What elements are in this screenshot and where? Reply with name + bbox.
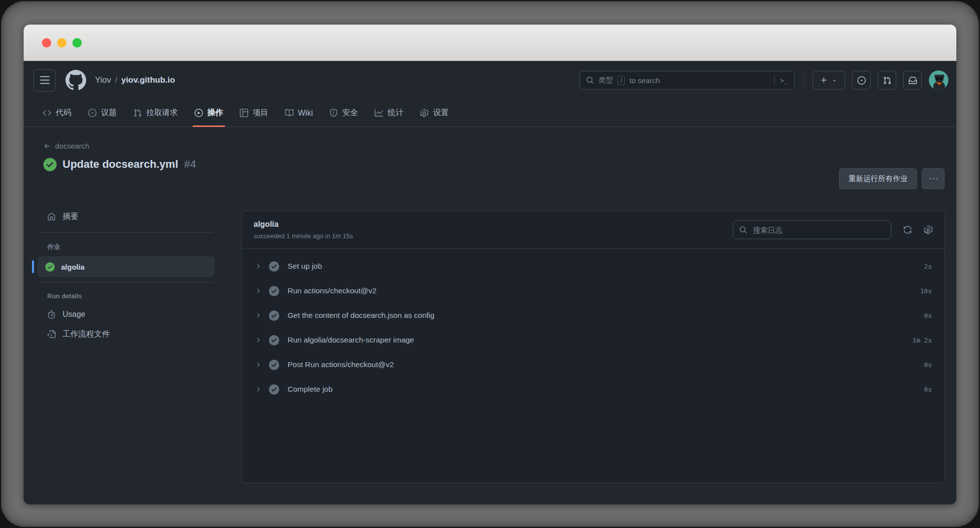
code-icon [43,109,51,117]
tab-label: Wiki [298,109,313,118]
three-bars-icon [39,75,50,86]
step-row-checkout[interactable]: Run actions/checkout@v2 10s [242,279,945,303]
step-check-icon [269,384,279,395]
avatar-image [929,70,948,90]
your-pull-requests-button[interactable] [878,71,896,90]
back-link-label: docsearch [55,142,89,150]
tab-label: 项目 [253,108,268,118]
global-search-input[interactable]: 类型 / to search >_ [580,71,794,90]
close-window-button[interactable] [42,38,51,47]
run-details-section-label: Run details [37,287,215,305]
command-palette-icon[interactable]: >_ [779,77,789,84]
sidebar-item-summary[interactable]: 摘要 [37,206,215,227]
chevron-down-icon [831,77,838,84]
more-options-button[interactable] [922,168,945,189]
run-title: Update docsearch.yml [63,158,178,171]
chevron-right-icon [255,361,261,368]
jobs-section-label: 作业 [37,238,215,256]
log-settings-button[interactable] [924,225,933,234]
graph-icon [375,109,383,117]
run-header: docsearch Update docsearch.yml #4 重新运行所有… [37,142,945,189]
github-logo[interactable] [65,70,86,91]
step-duration: 0s [924,312,932,319]
breadcrumb: Yiov / yiov.github.io [95,75,175,85]
tab-label: 操作 [207,108,223,118]
log-search-input[interactable] [752,225,885,235]
sync-icon [903,225,912,234]
step-name: Run actions/checkout@v2 [288,286,920,295]
inbox-icon [909,76,917,85]
minimize-window-button[interactable] [57,38,66,47]
step-duration: 0s [924,361,932,369]
repo-nav: 代码 议题 拉取请求 操作 项目 Wiki [24,99,956,127]
sidebar-divider [39,282,213,282]
stopwatch-icon [47,311,56,319]
global-nav-menu-button[interactable] [33,69,56,92]
tab-label: 设置 [433,108,449,118]
your-issues-button[interactable] [852,71,871,90]
chevron-right-icon [255,312,261,319]
sidebar-item-workflow-file[interactable]: 工作流程文件 [37,324,215,344]
arrow-left-icon [43,142,51,150]
tab-label: 代码 [56,108,71,118]
user-avatar[interactable] [929,70,948,90]
tab-wiki[interactable]: Wiki [279,99,319,126]
window-titlebar [24,25,956,61]
sidebar-item-label: 工作流程文件 [63,329,110,340]
sidebar-item-label: Usage [63,310,85,319]
search-icon [586,76,594,84]
step-check-icon [269,360,279,370]
step-name: Run algolia/docsearch-scraper image [288,336,913,344]
create-new-button[interactable] [813,71,845,90]
job-panel-toolbar [733,220,933,239]
step-name: Post Run actions/checkout@v2 [288,360,924,369]
run-number: #4 [184,158,196,171]
home-icon [47,213,56,221]
job-steps-list: Set up job 2s Run actions/checkout@v2 10… [242,249,945,483]
zoom-window-button[interactable] [72,38,82,47]
tab-pull-requests[interactable]: 拉取请求 [127,99,184,126]
tab-settings[interactable]: 设置 [414,99,455,126]
tab-projects[interactable]: 项目 [233,99,275,126]
git-pull-request-icon [133,109,142,117]
chevron-right-icon [255,287,261,294]
gear-icon [420,109,428,117]
step-row-complete-job[interactable]: Complete job 0s [242,377,945,402]
breadcrumb-owner-link[interactable]: Yiov [95,75,111,85]
project-icon [240,109,248,117]
tab-code[interactable]: 代码 [36,99,78,126]
breadcrumb-repo-link[interactable]: yiov.github.io [121,75,175,85]
success-check-icon [43,158,57,171]
tab-security[interactable]: 安全 [323,99,364,126]
tab-issues[interactable]: 议题 [82,99,123,126]
tab-label: 安全 [342,108,358,118]
github-mark-icon [65,70,86,91]
actions-run-page: docsearch Update docsearch.yml #4 重新运行所有… [24,127,956,504]
step-row-set-up-job[interactable]: Set up job 2s [242,254,945,279]
rerun-all-jobs-button[interactable]: 重新运行所有作业 [839,168,917,189]
shield-icon [329,109,338,117]
sidebar-item-usage[interactable]: Usage [37,305,215,324]
chevron-right-icon [255,263,261,270]
job-name-label: algolia [61,263,85,271]
traffic-lights [42,38,82,47]
tab-actions[interactable]: 操作 [188,99,229,126]
step-row-post-checkout[interactable]: Post Run actions/checkout@v2 0s [242,352,945,377]
tab-label: 统计 [388,108,403,118]
back-to-workflow-link[interactable]: docsearch [43,142,89,150]
step-row-scraper-image[interactable]: Run algolia/docsearch-scraper image 1m 2… [242,328,945,352]
sidebar-job-algolia[interactable]: algolia [37,256,215,277]
step-row-get-config[interactable]: Get the content of docsearch.json as con… [242,303,945,328]
run-actions: 重新运行所有作业 [839,168,945,189]
sidebar-divider [39,232,213,233]
tab-label: 拉取请求 [146,108,178,118]
notifications-inbox-button[interactable] [903,71,922,90]
step-name: Complete job [288,385,924,394]
issue-opened-icon [857,76,866,85]
refresh-logs-button[interactable] [903,225,912,234]
book-icon [285,109,294,117]
tab-insights[interactable]: 统计 [368,99,410,126]
gear-icon [924,225,933,234]
job-panel-header: algolia succeeded 1 minute ago in 1m 15s [242,211,945,249]
search-icon [739,226,747,234]
